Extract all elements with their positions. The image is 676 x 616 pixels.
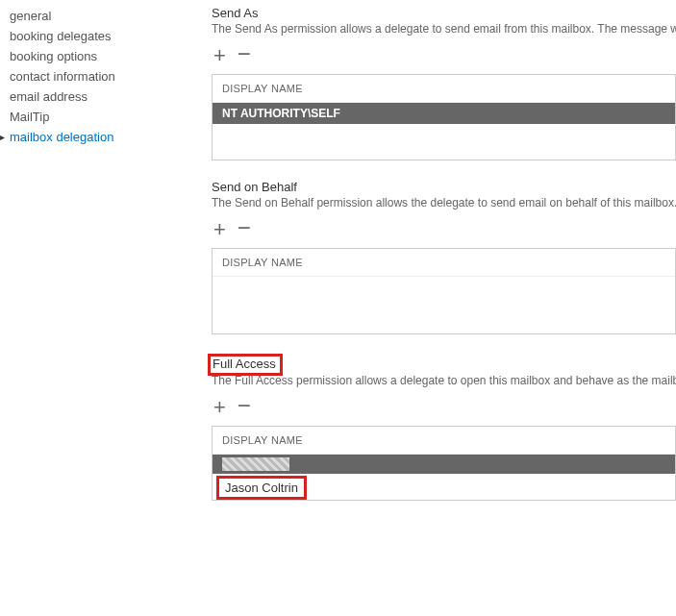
main-content: Send As The Send As permission allows a … <box>183 0 676 616</box>
sidebar-item-mailbox-delegation[interactable]: mailbox delegation <box>10 127 183 147</box>
highlight-annotation: Jason Coltrin <box>213 474 675 500</box>
section-full-access: Full Access The Full Access permission a… <box>212 354 676 501</box>
remove-icon[interactable]: − <box>238 216 251 239</box>
column-header: DISPLAY NAME <box>213 249 675 277</box>
sidebar-item-booking-options[interactable]: booking options <box>10 46 183 66</box>
section-send-as: Send As The Send As permission allows a … <box>212 6 676 160</box>
section-title: Send on Behalf <box>212 180 676 194</box>
add-icon[interactable]: + <box>213 397 226 418</box>
sidebar-item-general[interactable]: general <box>10 6 183 26</box>
remove-icon[interactable]: − <box>238 394 251 417</box>
send-as-list[interactable]: DISPLAY NAME NT AUTHORITY\SELF <box>212 74 676 160</box>
column-header: DISPLAY NAME <box>213 75 675 103</box>
full-access-list[interactable]: DISPLAY NAME Jason Coltrin <box>212 426 676 501</box>
table-row[interactable]: NT AUTHORITY\SELF <box>213 103 675 124</box>
highlight-annotation: Full Access <box>212 354 676 376</box>
table-row-user[interactable]: Jason Coltrin <box>225 480 298 495</box>
add-icon[interactable]: + <box>213 45 226 66</box>
section-send-on-behalf: Send on Behalf The Send on Behalf permis… <box>212 180 676 334</box>
section-desc: The Send As permission allows a delegate… <box>212 22 676 36</box>
sidebar-item-mailtip[interactable]: MailTip <box>10 107 183 127</box>
add-icon[interactable]: + <box>213 219 226 240</box>
redacted-text <box>222 457 289 471</box>
column-header: DISPLAY NAME <box>213 427 675 455</box>
sidebar-item-booking-delegates[interactable]: booking delegates <box>10 26 183 46</box>
sidebar-item-contact-information[interactable]: contact information <box>10 66 183 86</box>
section-title: Send As <box>212 6 676 20</box>
sidebar: general booking delegates booking option… <box>0 0 183 616</box>
section-title: Full Access <box>213 357 276 371</box>
table-row[interactable] <box>213 455 675 474</box>
remove-icon[interactable]: − <box>238 42 251 65</box>
section-desc: The Full Access permission allows a dele… <box>212 374 676 387</box>
send-on-behalf-list[interactable]: DISPLAY NAME <box>212 248 676 334</box>
section-desc: The Send on Behalf permission allows the… <box>212 196 676 209</box>
sidebar-item-email-address[interactable]: email address <box>10 86 183 107</box>
